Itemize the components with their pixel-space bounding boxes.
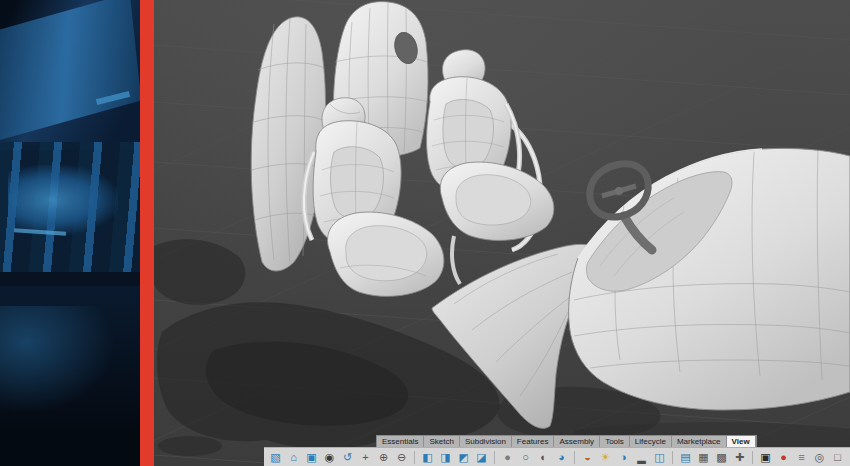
photo-highlight: [8, 165, 118, 235]
render-mode-icon[interactable]: ◕: [554, 450, 569, 465]
bottom-toolbar-icons: ▧⌂▣◉↺+⊕⊖◧◨◩◪●○◐◕◒☀◑▂◫▤▦▩✚▣●≡◎□: [264, 447, 850, 466]
toolbar-separator: [752, 451, 753, 464]
toolbar-separator: [672, 451, 673, 464]
3d-scene: [154, 0, 850, 466]
tab-lifecycle[interactable]: Lifecycle: [630, 436, 672, 447]
iso-view-icon[interactable]: ◪: [474, 450, 489, 465]
tab-subdivision[interactable]: Subdivision: [460, 436, 512, 447]
snap-icon[interactable]: ▩: [714, 450, 729, 465]
wireframe-mode-icon[interactable]: ○: [518, 450, 533, 465]
toolbar-separator: [414, 451, 415, 464]
screenshot-icon[interactable]: ▣: [758, 450, 773, 465]
camera-icon[interactable]: ◉: [322, 450, 337, 465]
tab-view[interactable]: View: [727, 436, 756, 447]
side-view-icon[interactable]: ◨: [438, 450, 453, 465]
3d-viewport[interactable]: EssentialsSketchSubdivisionFeaturesAssem…: [154, 0, 850, 466]
materials-icon[interactable]: ◒: [580, 450, 595, 465]
shaded-mode-icon[interactable]: ●: [500, 450, 515, 465]
app-window: EssentialsSketchSubdivisionFeaturesAssem…: [0, 0, 850, 466]
zoom-in-icon[interactable]: ⊕: [376, 450, 391, 465]
axes-icon[interactable]: ✚: [732, 450, 747, 465]
home-view-icon[interactable]: ⌂: [286, 450, 301, 465]
lights-icon[interactable]: ☀: [598, 450, 613, 465]
tab-sketch[interactable]: Sketch: [424, 436, 459, 447]
section-plane-icon[interactable]: ▤: [678, 450, 693, 465]
fullscreen-icon[interactable]: □: [830, 450, 845, 465]
tab-marketplace[interactable]: Marketplace: [672, 436, 727, 447]
top-view-icon[interactable]: ◩: [456, 450, 471, 465]
grid-icon[interactable]: ▦: [696, 450, 711, 465]
toolbar-separator: [494, 451, 495, 464]
tab-essentials[interactable]: Essentials: [377, 436, 424, 447]
red-accent-bar: [140, 0, 154, 466]
pan-icon[interactable]: +: [358, 450, 373, 465]
toolbar-separator: [574, 451, 575, 464]
photo-arc-shape: [0, 306, 130, 426]
save-view-icon[interactable]: ▣: [304, 450, 319, 465]
reflections-icon[interactable]: ◫: [652, 450, 667, 465]
record-icon[interactable]: ●: [776, 450, 791, 465]
view-cube-icon[interactable]: ▧: [268, 450, 283, 465]
layers-icon[interactable]: ≡: [794, 450, 809, 465]
isolate-icon[interactable]: ◎: [812, 450, 827, 465]
environment-icon[interactable]: ◑: [616, 450, 631, 465]
hidden-line-mode-icon[interactable]: ◐: [536, 450, 551, 465]
tab-tools[interactable]: Tools: [600, 436, 630, 447]
ribbon-tab-row: EssentialsSketchSubdivisionFeaturesAssem…: [376, 435, 757, 447]
tab-features[interactable]: Features: [512, 436, 555, 447]
reference-photo-strip: [0, 0, 140, 466]
front-view-icon[interactable]: ◧: [420, 450, 435, 465]
orbit-icon[interactable]: ↺: [340, 450, 355, 465]
tab-assembly[interactable]: Assembly: [554, 436, 600, 447]
ground-shadow-icon[interactable]: ▂: [634, 450, 649, 465]
zoom-out-icon[interactable]: ⊖: [394, 450, 409, 465]
